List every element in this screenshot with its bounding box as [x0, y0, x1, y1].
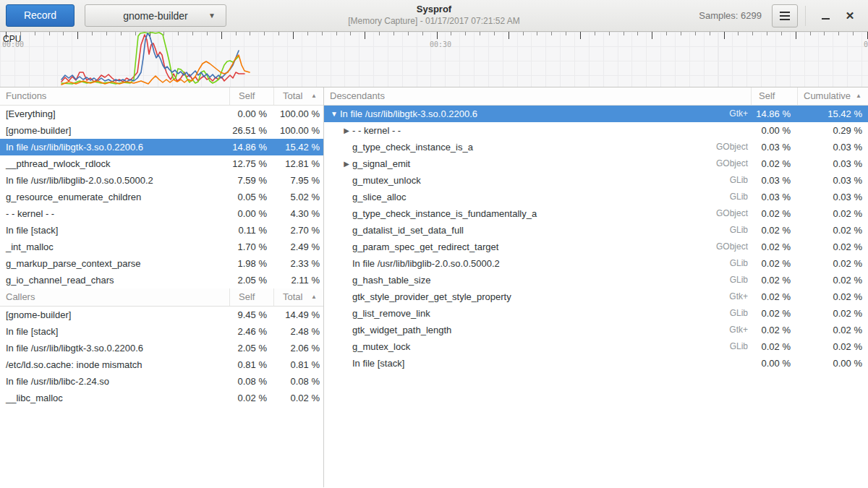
functions-self-column-header[interactable]: Self: [229, 87, 273, 105]
descendants-row[interactable]: In file [stack]0.00 %0.00 %: [324, 355, 868, 372]
descendants-tree: ▼In file /usr/lib/libgtk-3.so.0.2200.6Gt…: [324, 106, 868, 372]
descendant-name-text: g_hash_table_size: [352, 272, 709, 288]
descendant-name-cell: g_slice_allocGLib: [324, 189, 751, 205]
minimize-icon: [822, 18, 830, 20]
descendants-row[interactable]: g_type_check_instance_is_fundamentally_a…: [324, 205, 868, 222]
descendants-row[interactable]: g_type_check_instance_is_aGObject0.03 %0…: [324, 139, 868, 155]
descendant-name-text: gtk_widget_path_length: [352, 322, 709, 338]
chevron-down-icon: ▼: [208, 12, 216, 20]
expander-spacer: [341, 338, 352, 355]
descendants-header-row: Descendants Self Cumulative▲: [324, 87, 868, 106]
sort-ascending-icon: ▲: [856, 87, 861, 105]
functions-row[interactable]: _int_malloc1.70 %2.49 %: [0, 239, 323, 255]
total-percent-cell: 0.81 %: [273, 356, 323, 373]
descendants-row[interactable]: g_slice_allocGLib0.03 %0.03 %: [324, 189, 868, 205]
descendants-column-header[interactable]: Descendants: [324, 87, 751, 105]
function-name-cell: [gnome-builder]: [0, 122, 229, 139]
descendant-name-text: g_type_check_instance_is_a: [352, 139, 709, 155]
callers-row[interactable]: In file /usr/lib/libc-2.24.so0.08 %0.08 …: [0, 373, 323, 390]
expander-closed-icon[interactable]: ▶: [341, 155, 352, 172]
function-name-cell: __libc_malloc: [0, 390, 229, 406]
functions-row[interactable]: In file /usr/lib/libgtk-3.so.0.2200.614.…: [0, 139, 323, 155]
self-percent-cell: 26.51 %: [229, 122, 273, 139]
callers-column-header[interactable]: Callers: [0, 288, 229, 306]
callers-row[interactable]: /etc/ld.so.cache: inode mismatch0.81 %0.…: [0, 356, 323, 373]
callers-row[interactable]: In file /usr/lib/libgtk-3.so.0.2200.62.0…: [0, 340, 323, 356]
functions-row[interactable]: g_resource_enumerate_children0.05 %5.02 …: [0, 189, 323, 205]
self-percent-cell: 0.00 %: [229, 205, 273, 222]
function-name-cell: In file /usr/lib/libglib-2.0.so.0.5000.2: [0, 172, 229, 189]
descendants-row[interactable]: g_mutex_unlockGLib0.03 %0.03 %: [324, 172, 868, 189]
self-percent-cell: 0.02 %: [751, 205, 797, 222]
descendants-cumulative-column-header[interactable]: Cumulative▲: [797, 87, 868, 105]
library-badge: Gtk+: [709, 322, 751, 338]
descendants-row[interactable]: g_datalist_id_set_data_fullGLib0.02 %0.0…: [324, 222, 868, 239]
descendants-row[interactable]: ▶- - kernel - -0.00 %0.29 %: [324, 122, 868, 139]
functions-row[interactable]: In file /usr/lib/libglib-2.0.so.0.5000.2…: [0, 172, 323, 189]
function-name-cell: __pthread_rwlock_rdlock: [0, 155, 229, 172]
callers-self-column-header[interactable]: Self: [229, 288, 273, 306]
callers-row[interactable]: [gnome-builder]9.45 %14.49 %: [0, 307, 323, 323]
tree-indent: [328, 155, 341, 172]
descendants-row[interactable]: ▶g_signal_emitGObject0.02 %0.03 %: [324, 155, 868, 172]
descendants-row[interactable]: g_hash_table_sizeGLib0.02 %0.02 %: [324, 272, 868, 288]
total-percent-cell: 12.81 %: [273, 155, 323, 172]
descendant-name-cell: In file [stack]: [324, 355, 751, 372]
descendants-row[interactable]: g_list_remove_linkGLib0.02 %0.02 %: [324, 305, 868, 322]
function-name-cell: _int_malloc: [0, 239, 229, 255]
callers-row[interactable]: __libc_malloc0.02 %0.02 %: [0, 390, 323, 406]
descendants-row[interactable]: g_mutex_lockGLib0.02 %0.02 %: [324, 338, 868, 355]
self-percent-cell: 0.02 %: [751, 305, 797, 322]
tree-indent: [328, 272, 341, 288]
descendants-row[interactable]: gtk_style_provider_get_style_propertyGtk…: [324, 288, 868, 305]
tree-indent: [328, 239, 341, 255]
functions-total-column-header[interactable]: Total▲: [273, 87, 323, 105]
functions-row[interactable]: [Everything]0.00 %100.00 %: [0, 106, 323, 122]
expander-spacer: [341, 288, 352, 305]
descendants-row[interactable]: In file /usr/lib/libglib-2.0.so.0.5000.2…: [324, 255, 868, 272]
target-process-dropdown[interactable]: gnome-builder ▼: [85, 4, 226, 27]
functions-row[interactable]: - - kernel - -0.00 %4.30 %: [0, 205, 323, 222]
total-percent-cell: 0.02 %: [273, 390, 323, 406]
close-button[interactable]: ✕: [838, 4, 862, 28]
expander-spacer: [341, 222, 352, 239]
sysprof-window: Record gnome-builder ▼ Sysprof [Memory C…: [0, 0, 868, 487]
functions-row[interactable]: In file [stack]0.11 %2.70 %: [0, 222, 323, 239]
functions-row[interactable]: [gnome-builder]26.51 %100.00 %: [0, 122, 323, 139]
descendant-name-cell: gtk_style_provider_get_style_propertyGtk…: [324, 288, 751, 305]
minimize-button[interactable]: [813, 4, 838, 28]
expander-spacer: [341, 205, 352, 222]
descendants-self-column-header[interactable]: Self: [751, 87, 797, 105]
self-percent-cell: 1.98 %: [229, 255, 273, 272]
library-badge: GLib: [709, 272, 751, 288]
functions-column-header[interactable]: Functions: [0, 87, 229, 105]
descendants-pane: Descendants Self Cumulative▲ ▼In file /u…: [324, 87, 868, 487]
descendants-row[interactable]: g_param_spec_get_redirect_targetGObject0…: [324, 239, 868, 255]
self-percent-cell: 0.03 %: [751, 139, 797, 155]
functions-row[interactable]: g_io_channel_read_chars2.05 %2.11 %: [0, 272, 323, 288]
record-button[interactable]: Record: [6, 4, 75, 27]
functions-row[interactable]: g_markup_parse_context_parse1.98 %2.33 %: [0, 255, 323, 272]
expander-open-icon[interactable]: ▼: [328, 106, 340, 122]
hamburger-menu-button[interactable]: [772, 4, 798, 27]
function-name-cell: In file /usr/lib/libgtk-3.so.0.2200.6: [0, 340, 229, 356]
expander-spacer: [341, 305, 352, 322]
self-percent-cell: 0.00 %: [229, 106, 273, 122]
descendants-row[interactable]: ▼In file /usr/lib/libgtk-3.so.0.2200.6Gt…: [324, 106, 868, 122]
callers-total-column-header[interactable]: Total▲: [273, 288, 323, 306]
hamburger-icon: [780, 12, 790, 13]
expander-spacer: [341, 272, 352, 288]
cpu-timeline-graph[interactable]: CPU 00:0000:3001:00: [0, 32, 868, 87]
self-percent-cell: 0.02 %: [751, 322, 797, 338]
expander-closed-icon[interactable]: ▶: [341, 122, 352, 139]
self-percent-cell: 2.46 %: [229, 323, 273, 340]
library-badge: GLib: [709, 189, 751, 205]
self-percent-cell: 0.00 %: [751, 122, 797, 139]
total-percent-cell: 2.11 %: [273, 272, 323, 288]
cumulative-percent-cell: 0.02 %: [797, 205, 868, 222]
callers-row[interactable]: In file [stack]2.46 %2.48 %: [0, 323, 323, 340]
self-percent-cell: 1.70 %: [229, 239, 273, 255]
samples-count: Samples: 6299: [699, 10, 762, 21]
functions-row[interactable]: __pthread_rwlock_rdlock12.75 %12.81 %: [0, 155, 323, 172]
descendants-row[interactable]: gtk_widget_path_lengthGtk+0.02 %0.02 %: [324, 322, 868, 338]
